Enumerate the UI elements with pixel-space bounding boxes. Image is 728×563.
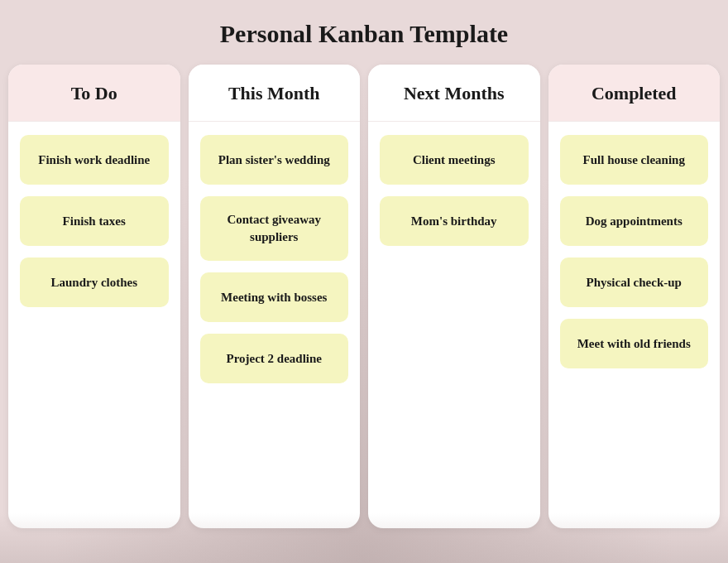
- column-header-nextmonths: Next Months: [368, 65, 540, 122]
- column-title-thismonth: This Month: [197, 83, 352, 104]
- column-header-completed: Completed: [548, 65, 721, 122]
- card-thismonth-2[interactable]: Meeting with bosses: [200, 272, 349, 322]
- column-body-nextmonths: Client meetingsMom's birthday: [368, 122, 540, 528]
- card-completed-1[interactable]: Dog appointments: [560, 196, 709, 246]
- column-thismonth: This MonthPlan sister's weddingContact g…: [189, 65, 361, 528]
- column-body-completed: Full house cleaningDog appointmentsPhysi…: [548, 122, 721, 528]
- card-nextmonths-1[interactable]: Mom's birthday: [380, 196, 529, 246]
- column-body-thismonth: Plan sister's weddingContact giveaway su…: [189, 122, 361, 528]
- card-nextmonths-0[interactable]: Client meetings: [380, 135, 529, 185]
- card-thismonth-1[interactable]: Contact giveaway suppliers: [200, 196, 349, 261]
- card-thismonth-0[interactable]: Plan sister's wedding: [200, 135, 349, 185]
- column-completed: CompletedFull house cleaningDog appointm…: [548, 65, 721, 528]
- card-todo-0[interactable]: Finish work deadline: [20, 135, 169, 185]
- column-title-completed: Completed: [557, 83, 712, 104]
- column-body-todo: Finish work deadlineFinish taxesLaundry …: [8, 122, 180, 528]
- card-todo-2[interactable]: Laundry clothes: [20, 257, 169, 307]
- column-todo: To DoFinish work deadlineFinish taxesLau…: [8, 65, 180, 528]
- bottom-decoration: [0, 513, 728, 563]
- card-completed-0[interactable]: Full house cleaning: [560, 135, 709, 185]
- column-title-nextmonths: Next Months: [376, 83, 532, 104]
- page-title: Personal Kanban Template: [220, 20, 508, 48]
- column-nextmonths: Next MonthsClient meetingsMom's birthday: [368, 65, 540, 528]
- column-title-todo: To Do: [17, 83, 172, 104]
- column-header-thismonth: This Month: [189, 65, 361, 122]
- card-completed-3[interactable]: Meet with old friends: [560, 319, 709, 368]
- card-todo-1[interactable]: Finish taxes: [20, 196, 169, 246]
- card-completed-2[interactable]: Physical check-up: [560, 257, 709, 307]
- column-header-todo: To Do: [8, 65, 180, 122]
- kanban-board: To DoFinish work deadlineFinish taxesLau…: [8, 65, 720, 528]
- card-thismonth-3[interactable]: Project 2 deadline: [200, 334, 349, 383]
